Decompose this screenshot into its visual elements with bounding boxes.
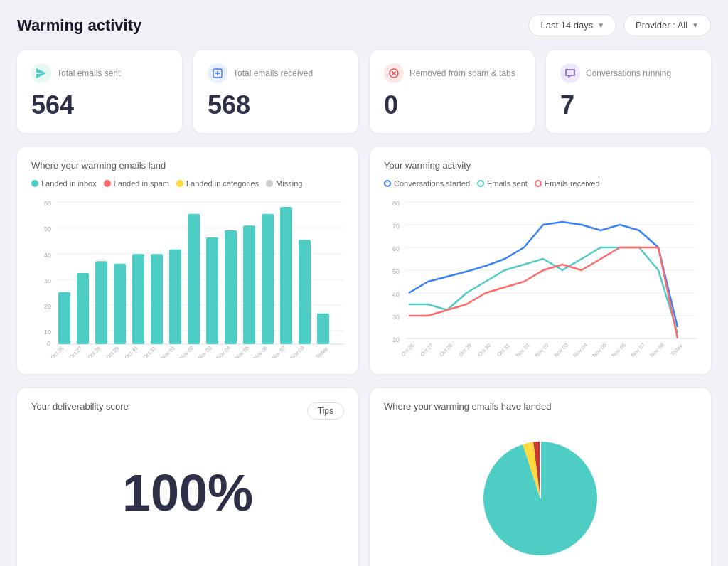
chart-row: Where your warming emails land Landed in… <box>17 147 711 374</box>
svg-text:Nov 03: Nov 03 <box>553 342 569 358</box>
bar-chart-legend: Landed in inbox Landed in spam Landed in… <box>31 179 344 188</box>
spam-icon <box>384 63 404 83</box>
svg-rect-28 <box>280 207 292 344</box>
svg-text:Nov 07: Nov 07 <box>271 345 287 358</box>
bar-chart-svg: 60 50 40 30 20 10 0 <box>31 195 344 358</box>
line-chart-panel: Your warming activity Conversations star… <box>370 147 711 374</box>
legend-sent-circle <box>477 180 484 187</box>
line-chart-title: Your warming activity <box>384 160 697 171</box>
score-panel-header: Your deliverability score Tips <box>31 401 344 420</box>
date-range-dropdown[interactable]: Last 14 days ▼ <box>528 14 616 36</box>
svg-text:Today: Today <box>314 346 329 358</box>
svg-text:60: 60 <box>44 200 51 207</box>
svg-text:10: 10 <box>44 329 51 336</box>
svg-text:Nov 05: Nov 05 <box>592 342 608 358</box>
legend-inbox-dot <box>31 180 38 187</box>
svg-text:70: 70 <box>392 223 400 230</box>
legend-categories: Landed in categories <box>176 179 259 188</box>
svg-text:60: 60 <box>392 245 400 252</box>
legend-spam: Landed in spam <box>104 179 169 188</box>
bar-chart-panel: Where your warming emails land Landed in… <box>17 147 358 374</box>
bottom-row: Your deliverability score Tips 100% Grea… <box>17 388 711 566</box>
legend-categories-dot <box>176 180 183 187</box>
svg-rect-21 <box>151 254 163 344</box>
svg-text:20: 20 <box>44 303 51 310</box>
svg-text:Today: Today <box>669 343 684 358</box>
pie-chart-svg <box>469 427 611 566</box>
stat-cards-row: Total emails sent 564 Total emails recei… <box>17 50 711 133</box>
pie-chart-panel: Where your warming emails have landed <box>370 388 711 566</box>
svg-text:Oct 26: Oct 26 <box>400 342 415 358</box>
legend-conversations-started: Conversations started <box>384 179 470 188</box>
svg-text:20: 20 <box>392 336 400 343</box>
svg-text:80: 80 <box>392 200 400 207</box>
svg-text:Oct 27: Oct 27 <box>419 342 434 358</box>
bar-chart-title: Where your warming emails land <box>31 160 344 171</box>
svg-text:Nov 01: Nov 01 <box>515 342 531 358</box>
svg-text:Nov 08: Nov 08 <box>649 342 665 358</box>
conversations-icon <box>560 63 580 83</box>
chevron-down-icon: ▼ <box>692 21 699 29</box>
provider-dropdown[interactable]: Provider : All ▼ <box>623 14 711 36</box>
stat-card-received: Total emails received 568 <box>193 50 358 133</box>
svg-text:Oct 30: Oct 30 <box>123 345 139 358</box>
received-label: Total emails received <box>233 68 313 78</box>
svg-text:Oct 29: Oct 29 <box>457 342 473 358</box>
conversations-value: 7 <box>560 90 697 120</box>
legend-spam-dot <box>104 180 111 187</box>
chevron-down-icon: ▼ <box>597 21 604 29</box>
svg-text:Nov 07: Nov 07 <box>630 342 646 358</box>
svg-text:0: 0 <box>47 340 50 347</box>
sent-label: Total emails sent <box>57 68 120 78</box>
page-header: Warming activity Last 14 days ▼ Provider… <box>17 14 711 36</box>
svg-rect-27 <box>262 214 274 344</box>
stat-card-spam: Removed from spam & tabs 0 <box>370 50 535 133</box>
svg-rect-17 <box>77 273 89 344</box>
svg-text:Nov 03: Nov 03 <box>197 345 213 358</box>
legend-inbox: Landed in inbox <box>31 179 97 188</box>
svg-text:Oct 28: Oct 28 <box>86 345 102 358</box>
pie-chart-title: Where your warming emails have landed <box>384 401 697 412</box>
svg-text:Nov 05: Nov 05 <box>234 345 250 358</box>
svg-text:40: 40 <box>44 252 51 259</box>
received-icon <box>208 63 228 83</box>
svg-rect-16 <box>58 292 70 344</box>
header-controls: Last 14 days ▼ Provider : All ▼ <box>528 14 711 36</box>
line-chart-svg: 80 70 60 50 40 30 20 Oct 26 Oct 27 Oct 2… <box>384 195 697 358</box>
svg-text:Nov 08: Nov 08 <box>289 345 306 358</box>
page-title: Warming activity <box>17 16 141 35</box>
sent-icon <box>31 63 51 83</box>
svg-rect-22 <box>169 250 181 344</box>
svg-text:Oct 30: Oct 30 <box>476 342 492 358</box>
svg-text:Nov 06: Nov 06 <box>252 345 269 358</box>
svg-rect-30 <box>317 314 329 344</box>
legend-received-circle <box>535 180 542 187</box>
tips-button[interactable]: Tips <box>307 402 344 420</box>
svg-rect-18 <box>95 261 107 344</box>
svg-text:50: 50 <box>392 268 400 275</box>
svg-rect-29 <box>299 240 311 344</box>
svg-text:Nov 06: Nov 06 <box>611 342 627 358</box>
svg-text:Oct 27: Oct 27 <box>68 345 83 358</box>
svg-text:Oct 31: Oct 31 <box>141 345 157 358</box>
svg-text:30: 30 <box>44 277 51 284</box>
legend-emails-sent: Emails sent <box>477 179 528 188</box>
deliverability-score: 100% <box>31 426 344 560</box>
line-chart-legend: Conversations started Emails sent Emails… <box>384 179 697 188</box>
svg-rect-23 <box>188 214 200 344</box>
svg-text:50: 50 <box>44 225 51 233</box>
svg-text:30: 30 <box>392 314 400 321</box>
deliverability-panel: Your deliverability score Tips 100% Grea… <box>17 388 358 566</box>
svg-rect-25 <box>225 230 237 344</box>
conversations-label: Conversations running <box>586 68 671 78</box>
svg-text:40: 40 <box>392 291 400 298</box>
svg-text:Oct 28: Oct 28 <box>438 342 454 358</box>
received-value: 568 <box>208 90 344 120</box>
svg-rect-24 <box>206 237 218 344</box>
legend-missing: Missing <box>266 179 302 188</box>
svg-text:Nov 02: Nov 02 <box>534 342 550 358</box>
legend-emails-received: Emails received <box>535 179 600 188</box>
sent-value: 564 <box>31 90 168 120</box>
svg-text:Oct 26: Oct 26 <box>49 345 65 358</box>
svg-rect-19 <box>114 264 126 344</box>
